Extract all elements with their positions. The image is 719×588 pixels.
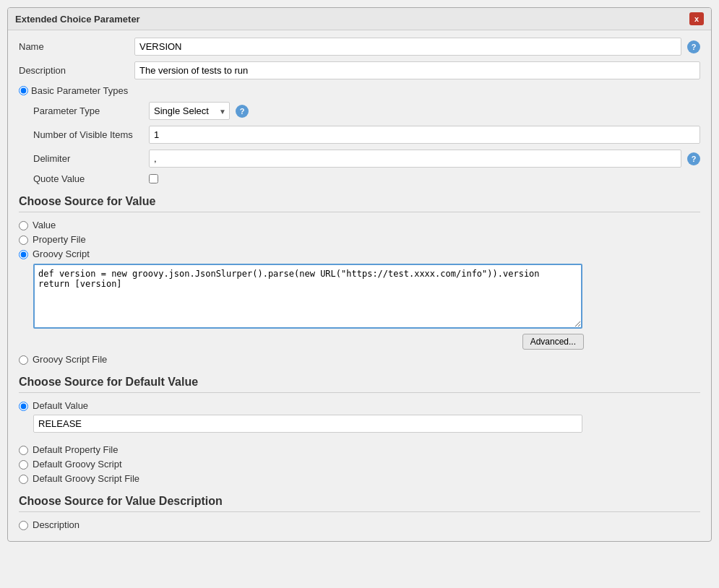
parameter-type-wrap: Single Select Multi Select Check Boxes R…	[149, 102, 700, 120]
basic-param-types-label: Basic Parameter Types	[31, 85, 128, 96]
groovy-script-radio[interactable]	[19, 250, 28, 259]
description-radio-label: Description	[33, 519, 79, 530]
choose-source-description-header: Choose Source for Value Description	[19, 495, 700, 512]
window: Extended Choice Parameter x Name ? Descr…	[7, 7, 712, 542]
parameter-type-label: Parameter Type	[33, 105, 149, 116]
default-groovy-script-file-radio[interactable]	[19, 475, 28, 484]
default-groovy-script-radio[interactable]	[19, 460, 28, 470]
quote-value-checkbox[interactable]	[149, 174, 158, 183]
value-radio[interactable]	[19, 221, 28, 230]
default-value-input-wrap	[33, 415, 700, 438]
choose-source-default-header: Choose Source for Default Value	[19, 376, 700, 393]
description-input[interactable]	[134, 61, 700, 79]
groovy-script-file-radio-row: Groovy Script File	[19, 354, 700, 365]
delimiter-input[interactable]	[149, 150, 681, 168]
num-visible-label: Number of Visible Items	[33, 129, 149, 140]
delimiter-row: Delimiter ?	[33, 150, 700, 168]
property-file-radio[interactable]	[19, 235, 28, 245]
quote-value-row: Quote Value	[33, 173, 700, 184]
description-input-wrap	[134, 61, 700, 79]
title-bar: Extended Choice Parameter x	[8, 8, 711, 30]
description-label: Description	[19, 65, 134, 76]
default-groovy-script-file-radio-row: Default Groovy Script File	[19, 473, 700, 484]
property-file-radio-row: Property File	[19, 234, 700, 245]
default-value-input[interactable]	[33, 415, 582, 433]
default-property-file-radio[interactable]	[19, 446, 28, 455]
parameter-type-row: Parameter Type Single Select Multi Selec…	[33, 102, 700, 120]
description-radio-row: Description	[19, 519, 700, 530]
groovy-script-radio-row: Groovy Script	[19, 248, 700, 259]
name-row: Name ?	[19, 38, 700, 56]
property-file-radio-label: Property File	[33, 234, 86, 245]
groovy-script-file-radio-label: Groovy Script File	[33, 354, 107, 365]
advanced-button[interactable]: Advanced...	[522, 334, 584, 350]
close-button[interactable]: x	[689, 12, 704, 25]
description-radio[interactable]	[19, 521, 28, 530]
quote-value-label: Quote Value	[33, 173, 149, 184]
description-row: Description	[19, 61, 700, 79]
content-area: Name ? Description Basic Parameter Types…	[8, 30, 711, 541]
value-radio-label: Value	[33, 220, 56, 230]
delimiter-wrap: ?	[149, 150, 700, 168]
default-property-file-radio-label: Default Property File	[33, 444, 119, 455]
default-groovy-script-radio-row: Default Groovy Script	[19, 459, 700, 470]
num-visible-input[interactable]	[149, 126, 700, 144]
param-type-help-icon[interactable]: ?	[236, 105, 249, 118]
default-value-radio-label: Default Value	[33, 400, 88, 411]
num-visible-row: Number of Visible Items	[33, 126, 700, 144]
groovy-script-radio-label: Groovy Script	[33, 248, 90, 259]
groovy-script-area: Advanced...	[33, 264, 700, 350]
name-help-icon[interactable]: ?	[687, 40, 700, 53]
window-title: Extended Choice Parameter	[15, 14, 140, 25]
name-label: Name	[19, 41, 134, 52]
default-property-file-radio-row: Default Property File	[19, 444, 700, 455]
groovy-script-textarea[interactable]	[33, 264, 582, 329]
basic-param-types-radio[interactable]	[19, 86, 28, 95]
parameter-type-select[interactable]: Single Select Multi Select Check Boxes R…	[149, 102, 230, 120]
delimiter-label: Delimiter	[33, 153, 149, 164]
default-value-radio-row: Default Value	[19, 400, 700, 411]
value-radio-row: Value	[19, 220, 700, 230]
name-input-wrap: ?	[134, 38, 700, 56]
choose-source-value-header: Choose Source for Value	[19, 195, 700, 212]
default-groovy-script-radio-label: Default Groovy Script	[33, 459, 122, 470]
advanced-btn-row: Advanced...	[33, 334, 584, 350]
num-visible-wrap	[149, 126, 700, 144]
basic-param-types-row: Basic Parameter Types	[19, 85, 700, 96]
default-groovy-script-file-radio-label: Default Groovy Script File	[33, 473, 139, 484]
name-input[interactable]	[134, 38, 681, 56]
delimiter-help-icon[interactable]: ?	[687, 152, 700, 165]
parameter-type-select-wrapper: Single Select Multi Select Check Boxes R…	[149, 102, 230, 120]
groovy-script-file-radio[interactable]	[19, 355, 28, 365]
default-value-radio[interactable]	[19, 402, 28, 411]
